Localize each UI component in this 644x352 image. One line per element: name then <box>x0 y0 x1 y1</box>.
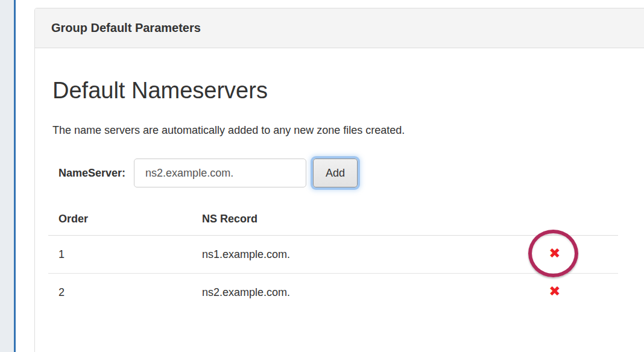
ns-record-cell: ns1.example.com. <box>192 236 491 274</box>
section-description: The name servers are automatically added… <box>52 122 644 138</box>
nameserver-input[interactable] <box>134 159 306 187</box>
actions-cell: ✖ <box>491 274 618 312</box>
add-button[interactable]: Add <box>313 159 358 187</box>
actions-cell: ✖ <box>491 236 618 274</box>
table-row: 1 ns1.example.com. ✖ <box>48 236 618 274</box>
nameserver-form: NameServer: Add <box>58 158 644 188</box>
column-header-actions <box>491 203 618 236</box>
delete-icon[interactable]: ✖ <box>549 247 560 260</box>
column-header-order: Order <box>48 203 192 236</box>
viewport: Group Default Parameters Default Nameser… <box>0 0 644 352</box>
order-cell: 2 <box>48 274 192 312</box>
panel-body: Default Nameservers The name servers are… <box>35 78 644 311</box>
panel-heading: Group Default Parameters <box>35 8 644 48</box>
delete-icon[interactable]: ✖ <box>549 284 560 298</box>
nameservers-table: Order NS Record 1 ns1.example.com. ✖ <box>48 203 618 311</box>
column-header-ns-record: NS Record <box>192 203 491 236</box>
table-header-row: Order NS Record <box>48 203 618 236</box>
section-heading: Default Nameservers <box>52 78 644 103</box>
nameserver-label: NameServer: <box>58 167 125 180</box>
ns-record-cell: ns2.example.com. <box>192 274 491 312</box>
order-cell: 1 <box>48 236 192 274</box>
table-row: 2 ns2.example.com. ✖ <box>48 274 618 312</box>
panel-title: Group Default Parameters <box>51 21 201 35</box>
group-default-parameters-panel: Group Default Parameters Default Nameser… <box>34 8 644 352</box>
left-rail <box>0 0 16 352</box>
